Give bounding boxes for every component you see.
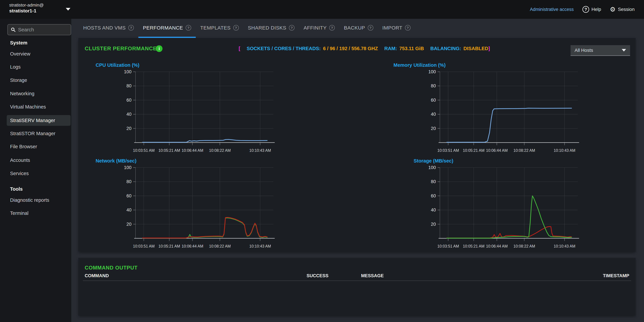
svg-text:80: 80 [431, 83, 436, 88]
svg-text:10:10:43 AM: 10:10:43 AM [250, 244, 271, 248]
column-header-command: COMMAND [85, 273, 109, 278]
tick-marks [133, 72, 260, 145]
svg-text:10:10:43 AM: 10:10:43 AM [554, 244, 576, 248]
host-filter-select[interactable]: All Hosts [570, 45, 630, 56]
svg-text:20: 20 [126, 126, 132, 131]
help-icon[interactable]: ? [289, 25, 294, 30]
stat-value-balancing: DISABLED [464, 46, 488, 51]
network-chart: 2040608010010:03:51 AM10:05:21 AM10:06:4… [107, 163, 296, 252]
svg-text:60: 60 [431, 98, 436, 103]
tab-label: PERFORMANCE [143, 25, 183, 31]
hostname: stratistor1-1 [9, 8, 44, 14]
tab-templates[interactable]: TEMPLATES ? [196, 19, 243, 38]
svg-text:100: 100 [428, 69, 436, 74]
gear-icon: ⚙ [610, 6, 616, 12]
help-menu[interactable]: ? Help [582, 6, 601, 13]
gridlines [440, 168, 578, 238]
help-icon[interactable]: ? [128, 25, 134, 30]
question-mark-glyph: ? [407, 26, 409, 30]
series-line-1 [447, 196, 572, 238]
chevron-down-icon[interactable] [66, 8, 70, 10]
tab-shared-disks[interactable]: SHARED DISKS ? [243, 19, 299, 38]
sidebar-item-networking[interactable]: Networking [7, 88, 70, 98]
sidebar-item-storage[interactable]: Storage [7, 75, 70, 85]
sidebar-item-overview[interactable]: Overview [7, 49, 70, 59]
sidebar-item-stratiserv-manager[interactable]: StratiSERV Manager [7, 115, 70, 126]
tab-hosts-and-vms[interactable]: HOSTS AND VMS ? [79, 19, 138, 38]
question-mark-glyph: ? [370, 26, 372, 30]
tab-import[interactable]: IMPORT ? [378, 19, 415, 38]
sidebar-item-virtual-machines[interactable]: Virtual Machines [7, 102, 70, 112]
user-menu[interactable]: stratistor-admin@ stratistor1-1 [9, 2, 44, 14]
help-icon[interactable]: ? [186, 25, 191, 30]
tab-label: AFFINITY [304, 25, 326, 31]
question-mark-glyph: ? [235, 26, 237, 30]
sidebar-item-file-browser[interactable]: File Browser [7, 142, 70, 152]
main-content: HOSTS AND VMS ? PERFORMANCE ? TEMPLATES … [71, 19, 644, 322]
help-icon[interactable]: ? [368, 25, 373, 30]
question-mark-glyph: ? [584, 7, 587, 12]
question-mark-glyph: ? [291, 26, 293, 30]
sidebar-item-diagnostic-reports[interactable]: Diagnostic reports [7, 195, 70, 205]
y-axis-labels: 20406080100 [124, 69, 132, 131]
series-line-0 [142, 218, 267, 238]
host-filter-value: All Hosts [574, 48, 593, 53]
svg-text:10:08:22 AM: 10:08:22 AM [209, 244, 230, 248]
tab-strip: HOSTS AND VMS ? PERFORMANCE ? TEMPLATES … [71, 19, 644, 38]
tab-affinity[interactable]: AFFINITY ? [299, 19, 339, 38]
svg-text:40: 40 [126, 208, 132, 212]
svg-text:60: 60 [126, 98, 132, 103]
cpu-utilization-chart: 2040608010010:03:51 AM10:05:21 AM10:06:4… [107, 67, 296, 156]
sidebar-item-stratistor-manager[interactable]: StratiSTOR Manager [7, 128, 70, 138]
question-mark-glyph: ? [130, 26, 132, 30]
help-icon[interactable]: ? [329, 25, 335, 30]
tab-label: TEMPLATES [200, 25, 230, 31]
y-axis-labels: 20406080100 [428, 69, 436, 131]
series-line-0 [447, 108, 572, 142]
sidebar-item-logs[interactable]: Logs [7, 62, 70, 72]
info-glyph: i [158, 46, 160, 51]
search-box[interactable] [8, 24, 71, 35]
chevron-down-icon [622, 49, 626, 52]
svg-text:100: 100 [124, 69, 132, 74]
stat-label-sockets: SOCKETS / CORES / THREADS: [247, 46, 321, 51]
svg-text:10:06:44 AM: 10:06:44 AM [182, 244, 203, 248]
bracket-open: [ [239, 46, 240, 51]
tab-label: HOSTS AND VMS [83, 25, 126, 31]
bracket-close: ] [488, 46, 490, 51]
help-icon[interactable]: ? [405, 25, 410, 30]
column-header-timestamp: TIMESTAMP [603, 273, 629, 278]
sidebar-heading-system: System [10, 38, 27, 48]
svg-text:100: 100 [428, 165, 436, 170]
tab-backup[interactable]: BACKUP ? [339, 19, 378, 38]
svg-text:100: 100 [124, 165, 132, 170]
administrative-access-link[interactable]: Administrative access [530, 7, 574, 12]
sidebar-item-terminal[interactable]: Terminal [7, 208, 70, 218]
series-line-0 [142, 139, 267, 142]
sidebar-item-services[interactable]: Services [7, 168, 70, 178]
sidebar-item-accounts[interactable]: Accounts [7, 155, 70, 165]
svg-text:10:08:22 AM: 10:08:22 AM [209, 148, 230, 152]
gridlines [440, 72, 578, 142]
svg-text:20: 20 [431, 126, 436, 131]
tab-performance[interactable]: PERFORMANCE ? [138, 19, 196, 38]
y-axis-labels: 20406080100 [124, 165, 132, 227]
svg-text:60: 60 [126, 193, 132, 198]
storage-chart: 2040608010010:03:51 AM10:05:21 AM10:06:4… [412, 163, 601, 252]
cluster-performance-title: CLUSTER PERFORMANCE [85, 46, 157, 52]
info-icon[interactable]: i [156, 45, 162, 52]
x-axis-labels: 10:03:51 AM10:05:21 AM10:06:44 AM10:08:2… [438, 148, 576, 152]
tick-marks [438, 168, 564, 241]
session-menu[interactable]: ⚙ Session [610, 6, 634, 12]
sidebar-heading-tools: Tools [10, 184, 23, 194]
svg-text:10:08:22 AM: 10:08:22 AM [513, 148, 535, 152]
help-icon[interactable]: ? [233, 25, 239, 30]
svg-text:40: 40 [431, 112, 436, 117]
command-output-title: COMMAND OUTPUT [85, 265, 138, 271]
tab-label: IMPORT [382, 25, 402, 31]
svg-text:20: 20 [431, 222, 436, 227]
question-mark-glyph: ? [187, 26, 190, 30]
search-input[interactable] [18, 27, 68, 32]
x-axis-labels: 10:03:51 AM10:05:21 AM10:06:44 AM10:08:2… [133, 148, 271, 152]
svg-text:20: 20 [126, 222, 132, 227]
